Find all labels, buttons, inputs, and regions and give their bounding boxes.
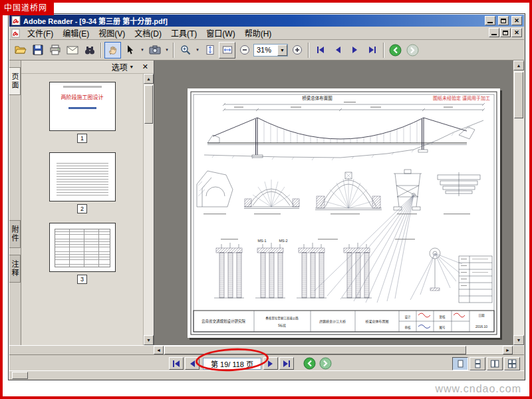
page-thumbnail-1[interactable]: 两阶段施工图设计: [49, 82, 116, 131]
first-page-button[interactable]: [169, 357, 184, 370]
open-button[interactable]: [12, 42, 29, 59]
prev-page-icon: [333, 46, 342, 54]
panel-close-button[interactable]: ✕: [142, 63, 148, 71]
search-button[interactable]: [81, 42, 98, 59]
menu-tools[interactable]: 工具(T): [166, 26, 201, 40]
menu-view[interactable]: 视图(V): [94, 26, 130, 40]
single-page-view-button[interactable]: [452, 357, 468, 370]
continuous-view-button[interactable]: [469, 357, 485, 370]
minimize-button[interactable]: [485, 16, 495, 25]
panel-header: 选项▾ ✕: [21, 61, 154, 74]
panel-scrollbar[interactable]: ▲ ▼: [143, 74, 154, 345]
first-page-icon: [172, 360, 181, 368]
legend-table: [459, 256, 492, 303]
scroll-right-button[interactable]: ►: [503, 346, 513, 354]
menu-document[interactable]: 文档(D): [130, 26, 166, 40]
single-page-icon: [456, 359, 465, 368]
go-back-button[interactable]: [387, 42, 404, 59]
zoom-tool-button[interactable]: [177, 42, 194, 59]
zoom-tool-caret[interactable]: ▾: [194, 42, 201, 59]
thumb-content: [55, 229, 110, 267]
next-page-button[interactable]: [346, 42, 363, 59]
page-label-1[interactable]: 1: [77, 134, 87, 143]
print-button[interactable]: [47, 42, 63, 59]
engineering-drawing: 桥梁总体布置图 图纸未经验定 谨阅用于加工: [188, 88, 500, 338]
close-button[interactable]: ✕: [511, 16, 522, 25]
scroll-left-button[interactable]: ◄: [154, 346, 164, 354]
status-chip[interactable]: [12, 372, 28, 379]
site-watermark-top: 中国道桥网: [0, 0, 54, 15]
open-folder-icon: [15, 45, 27, 55]
suspension-bridge-elevation: [204, 118, 483, 160]
scroll-down-button[interactable]: ▼: [144, 335, 154, 345]
detail-arch-2: [315, 172, 382, 210]
hand-tool-button[interactable]: [104, 42, 121, 59]
email-button[interactable]: [64, 42, 80, 59]
tab-comments[interactable]: 注释: [9, 255, 21, 283]
fit-page-button[interactable]: [201, 42, 218, 59]
select-tool-button[interactable]: [122, 42, 138, 59]
scroll-up-button[interactable]: ▲: [144, 74, 154, 84]
back-circle-icon: [389, 44, 402, 57]
mdi-close-button[interactable]: ✕: [511, 28, 522, 37]
hand-icon: [108, 45, 118, 55]
mdi-minimize-button[interactable]: [489, 28, 499, 37]
vertical-scrollbar-thumb[interactable]: [514, 72, 523, 118]
restore-icon: [503, 31, 508, 35]
detail-arch-1: [244, 180, 299, 209]
zoom-combo[interactable]: 31%▼: [253, 44, 288, 57]
zoom-out-button[interactable]: [236, 42, 253, 59]
zoom-in-button[interactable]: [289, 42, 305, 59]
select-tool-caret[interactable]: ▾: [139, 42, 146, 59]
prev-page-button[interactable]: [329, 42, 346, 59]
navigation-tab-strip: 页面 附件 注释: [9, 61, 21, 345]
thumb-content: [57, 161, 108, 196]
document-view[interactable]: 桥梁总体布置图 图纸未经验定 谨阅用于加工: [154, 61, 515, 345]
save-button[interactable]: [29, 42, 46, 59]
thumb-text-line: [63, 86, 102, 88]
mdi-restore-button[interactable]: [500, 28, 511, 37]
site-watermark-bottom: www.cndao.com: [436, 383, 522, 395]
magnifier-icon: [180, 45, 191, 55]
scroll-down-button[interactable]: ▼: [513, 335, 524, 345]
titleblock-review-label: 审核: [405, 325, 411, 330]
menu-edit[interactable]: 编辑(E): [58, 26, 94, 40]
drawing-title: 桥梁总体布置图: [302, 95, 332, 101]
tab-attachments[interactable]: 附件: [9, 220, 21, 248]
snapshot-tool-caret[interactable]: ▾: [164, 42, 170, 59]
page-label-3[interactable]: 3: [77, 275, 87, 284]
toolbar-separator: [100, 43, 102, 58]
restore-button[interactable]: [498, 16, 509, 25]
first-page-icon: [316, 46, 325, 54]
title-bar: Adobe Reader - [9-34 第三册 第十分册.pdf] ✕: [9, 15, 524, 27]
panel-scrollbar-thumb[interactable]: [144, 85, 153, 124]
options-menu-button[interactable]: 选项▾: [112, 61, 133, 72]
menu-window[interactable]: 窗口(W): [201, 26, 239, 40]
menu-file[interactable]: 文件(F): [23, 26, 58, 40]
tab-pages[interactable]: 页面: [9, 67, 21, 95]
scroll-up-button[interactable]: ▲: [513, 61, 524, 70]
page-thumbnail-2[interactable]: [49, 152, 116, 201]
snapshot-tool-button[interactable]: [146, 42, 163, 59]
go-back-button[interactable]: [302, 357, 317, 370]
continuous-facing-view-button[interactable]: [504, 357, 520, 370]
fit-width-button[interactable]: [219, 42, 235, 59]
page-label-2[interactable]: 2: [77, 204, 87, 213]
facing-view-button[interactable]: [487, 357, 503, 370]
last-page-button[interactable]: [279, 357, 294, 370]
forward-circle-icon: [406, 44, 419, 57]
go-forward-button[interactable]: [404, 42, 421, 59]
titleblock-project-line1: 香格里拉至丽江高速公路: [265, 316, 299, 321]
continuous-facing-icon: [507, 359, 517, 368]
zoom-combo-caret[interactable]: ▼: [277, 45, 287, 56]
page-thumbnail-3[interactable]: [49, 223, 116, 272]
thumb-logo-line: [68, 107, 96, 109]
vertical-scrollbar[interactable]: ▲ ▼: [513, 61, 524, 345]
minus-circle-icon: [239, 45, 250, 55]
pdf-page: 桥梁总体布置图 图纸未经验定 谨阅用于加工: [188, 88, 500, 338]
menu-help[interactable]: 帮助(H): [240, 26, 277, 40]
go-forward-button[interactable]: [318, 357, 332, 370]
titleblock-check-label: 复核: [440, 315, 446, 319]
first-page-button[interactable]: [312, 42, 329, 59]
last-page-button[interactable]: [364, 42, 380, 59]
